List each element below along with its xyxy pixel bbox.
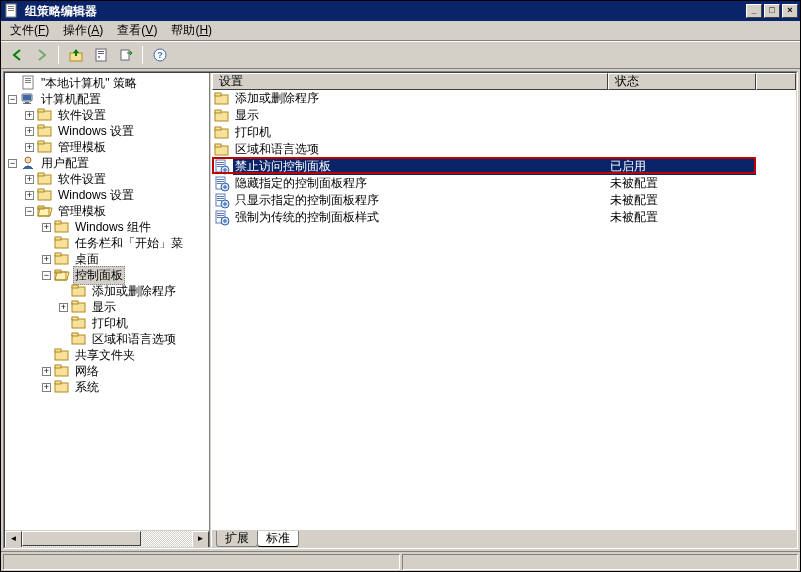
client-area: "本地计算机" 策略−计算机配置+软件设置+Windows 设置+管理模板−用户… (3, 71, 798, 549)
tree-label: 添加或删除程序 (90, 283, 178, 300)
list-cell-name: 添加或删除程序 (233, 90, 321, 107)
tree-scroll-track[interactable] (22, 531, 192, 547)
tree-scroll-left[interactable]: ◄ (5, 531, 22, 547)
list-cell-state: 已启用 (608, 158, 756, 175)
menu-view[interactable]: 查看(V) (110, 20, 164, 41)
tree-label: Windows 组件 (73, 219, 153, 236)
tree-label: "本地计算机" 策略 (39, 75, 139, 92)
list-cell-name: 区域和语言选项 (233, 141, 321, 158)
col-header-state[interactable]: 状态 (608, 73, 756, 90)
help-button[interactable] (148, 44, 171, 66)
tree-label: 打印机 (90, 315, 130, 332)
list-cell-state: 未被配置 (608, 192, 756, 209)
menu-action[interactable]: 操作(A) (56, 20, 110, 41)
tree-item[interactable]: +Windows 设置 (5, 123, 209, 139)
list-cell-name: 强制为传统的控制面板样式 (233, 209, 381, 226)
tree-item[interactable]: +显示 (5, 299, 209, 315)
tree-label: 用户配置 (39, 155, 91, 172)
close-button[interactable]: × (782, 4, 798, 18)
tab-standard[interactable]: 标准 (257, 531, 299, 547)
tree-label: 软件设置 (56, 171, 108, 188)
status-bar (1, 551, 800, 571)
list-row[interactable]: 显示 (212, 107, 796, 124)
tree-item[interactable]: +网络 (5, 363, 209, 379)
list-pane: 设置 状态 添加或删除程序显示打印机区域和语言选项禁止访问控制面板已启用隐藏指定… (212, 73, 796, 547)
tree-pane[interactable]: "本地计算机" 策略−计算机配置+软件设置+Windows 设置+管理模板−用户… (5, 73, 209, 547)
list-row[interactable]: 隐藏指定的控制面板程序未被配置 (212, 175, 796, 192)
tree-item[interactable]: 区域和语言选项 (5, 331, 209, 347)
list-row[interactable]: 只显示指定的控制面板程序未被配置 (212, 192, 796, 209)
tree-label: Windows 设置 (56, 187, 136, 204)
col-header-setting[interactable]: 设置 (212, 73, 608, 90)
list-row[interactable]: 禁止访问控制面板已启用 (212, 158, 796, 175)
list-cell-name: 隐藏指定的控制面板程序 (233, 175, 369, 192)
tabs-row: 扩展 标准 (212, 529, 796, 547)
tree-item[interactable]: −管理模板 (5, 203, 209, 219)
tree-label: 区域和语言选项 (90, 331, 178, 348)
back-button[interactable] (5, 44, 28, 66)
tree-item[interactable]: +Windows 设置 (5, 187, 209, 203)
list-cell-state: 未被配置 (608, 209, 756, 226)
maximize-button[interactable]: □ (764, 4, 780, 18)
list-cell-name: 禁止访问控制面板 (233, 158, 608, 175)
window-title: 组策略编辑器 (23, 3, 744, 20)
title-bar: 组策略编辑器 _ □ × (1, 1, 800, 21)
menu-help[interactable]: 帮助(H) (164, 20, 219, 41)
tree-item[interactable]: 打印机 (5, 315, 209, 331)
toolbar (1, 41, 800, 69)
list-body[interactable]: 添加或删除程序显示打印机区域和语言选项禁止访问控制面板已启用隐藏指定的控制面板程… (212, 90, 796, 529)
tree-scroll-right[interactable]: ► (192, 531, 209, 547)
export-button[interactable] (114, 44, 137, 66)
tree-item[interactable]: −用户配置 (5, 155, 209, 171)
forward-button[interactable] (30, 44, 53, 66)
tree-item[interactable]: 任务栏和「开始」菜 (5, 235, 209, 251)
tree-label: 系统 (73, 379, 101, 396)
tree-label: 管理模板 (56, 139, 108, 156)
list-cell-name: 显示 (233, 107, 261, 124)
tree-item[interactable]: +管理模板 (5, 139, 209, 155)
list-row[interactable]: 区域和语言选项 (212, 141, 796, 158)
tree-item[interactable]: +系统 (5, 379, 209, 395)
list-cell-name: 打印机 (233, 124, 273, 141)
status-cell-1 (3, 554, 400, 570)
tree-item[interactable]: −计算机配置 (5, 91, 209, 107)
tree-label: 显示 (90, 299, 118, 316)
minimize-button[interactable]: _ (746, 4, 762, 18)
tree-item[interactable]: "本地计算机" 策略 (5, 75, 209, 91)
list-row[interactable]: 强制为传统的控制面板样式未被配置 (212, 209, 796, 226)
list-row[interactable]: 添加或删除程序 (212, 90, 796, 107)
app-icon (3, 3, 19, 19)
tree-label: 计算机配置 (39, 91, 103, 108)
tree-label: Windows 设置 (56, 123, 136, 140)
status-cell-2 (402, 554, 799, 570)
menu-file[interactable]: 文件(F) (3, 20, 56, 41)
up-button[interactable] (64, 44, 87, 66)
properties-button[interactable] (89, 44, 112, 66)
list-cell-name: 只显示指定的控制面板程序 (233, 192, 381, 209)
tree-label: 任务栏和「开始」菜 (73, 235, 185, 252)
tree-item[interactable]: 共享文件夹 (5, 347, 209, 363)
tree-item[interactable]: +软件设置 (5, 107, 209, 123)
tree-item[interactable]: +软件设置 (5, 171, 209, 187)
tree-label: 网络 (73, 363, 101, 380)
tree-item[interactable]: 添加或删除程序 (5, 283, 209, 299)
tree-item[interactable]: +Windows 组件 (5, 219, 209, 235)
list-header: 设置 状态 (212, 73, 796, 90)
tab-extended[interactable]: 扩展 (216, 531, 258, 547)
window-root: 组策略编辑器 _ □ × 文件(F) 操作(A) 查看(V) 帮助(H) "本地… (0, 0, 801, 572)
list-cell-state: 未被配置 (608, 175, 756, 192)
tree-label: 软件设置 (56, 107, 108, 124)
tree-item[interactable]: −控制面板 (5, 267, 209, 283)
menu-bar: 文件(F) 操作(A) 查看(V) 帮助(H) (1, 21, 800, 41)
tree-label: 共享文件夹 (73, 347, 137, 364)
tree-label: 管理模板 (56, 203, 108, 220)
list-row[interactable]: 打印机 (212, 124, 796, 141)
